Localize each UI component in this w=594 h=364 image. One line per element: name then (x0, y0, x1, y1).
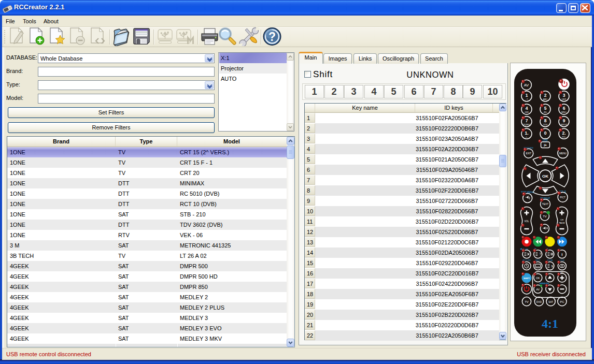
svg-text:SAT: SAT (548, 301, 553, 303)
svg-text:7: 7 (526, 118, 528, 123)
svg-text:DEF: DEF (562, 98, 567, 100)
svg-text:i: i (561, 252, 562, 257)
svg-text:TEXT: TEXT (542, 203, 548, 206)
svg-text:ABC: ABC (543, 98, 548, 100)
svg-text:2.: 2. (562, 130, 565, 136)
svg-text:VOL: VOL (524, 220, 529, 223)
svg-text:WXYZ: WXYZ (561, 123, 568, 126)
svg-text:LOCK: LOCK (560, 259, 565, 261)
svg-text:9: 9 (563, 118, 565, 123)
svg-text:4:1: 4:1 (542, 317, 558, 330)
svg-text:8: 8 (544, 118, 547, 123)
svg-text:?: ? (539, 252, 541, 256)
svg-text:1: 1 (526, 93, 528, 98)
svg-text:OK: OK (536, 276, 540, 280)
svg-text:TV: TV (543, 215, 547, 218)
svg-text:0: 0 (544, 130, 547, 136)
svg-text:i+: i+ (544, 143, 547, 147)
svg-text:?: ? (268, 30, 276, 43)
svg-text:4: 4 (526, 106, 528, 111)
svg-text:1.: 1. (525, 130, 528, 136)
svg-text:PICT: PICT (560, 196, 565, 199)
svg-text:MENU: MENU (559, 152, 567, 155)
svg-text:AV: AV (524, 83, 529, 88)
svg-text:EXIT: EXIT (526, 152, 531, 155)
svg-text:DISP: DISP (543, 139, 548, 142)
svg-text:2: 2 (544, 93, 547, 98)
svg-text:TV: TV (525, 300, 529, 303)
svg-text:JKL: JKL (543, 111, 547, 113)
svg-text:DVD: DVD (536, 301, 542, 303)
svg-text:mini-tv: mini-tv (540, 282, 549, 285)
svg-text:PC: PC (560, 300, 564, 303)
svg-text:3: 3 (563, 93, 565, 98)
svg-text:-/--: -/-- (525, 136, 528, 138)
svg-text:P/C: P/C (562, 136, 566, 138)
svg-text:PAGE: PAGE (559, 222, 565, 224)
svg-text:OK: OK (542, 174, 548, 179)
svg-text:TUV: TUV (543, 123, 548, 126)
svg-text:SHOT: SHOT (535, 259, 541, 261)
svg-text:PQRS: PQRS (524, 123, 530, 126)
svg-text:ZOOM: ZOOM (547, 259, 553, 261)
svg-text:GHI: GHI (525, 111, 528, 113)
svg-text:SHIFT: SHIFT (524, 277, 530, 280)
svg-text:6: 6 (563, 106, 565, 111)
svg-text:VOL: VOL (560, 272, 564, 274)
svg-text:5: 5 (544, 106, 547, 111)
svg-text:MNO: MNO (561, 111, 567, 113)
svg-text:CH: CH (560, 219, 563, 221)
svg-text:AV: AV (536, 288, 540, 291)
svg-text:..?: ..? (526, 98, 528, 100)
